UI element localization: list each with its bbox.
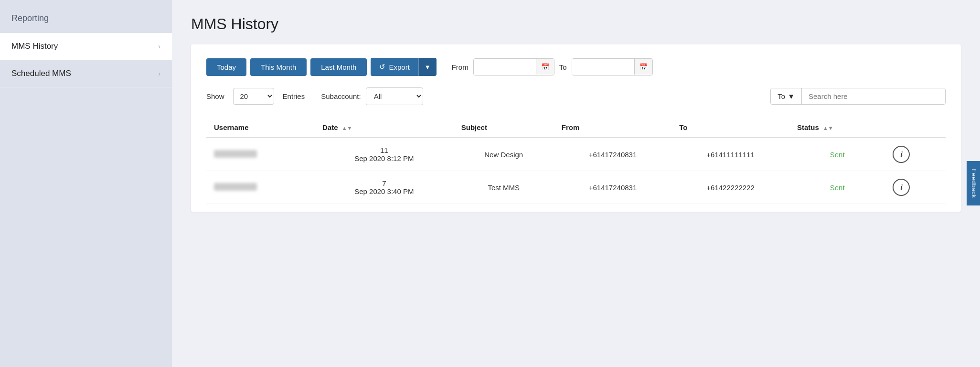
chevron-right-icon: ›	[158, 43, 160, 50]
cell-to: +61411111111	[671, 138, 789, 171]
cell-status: Sent	[789, 171, 885, 204]
table-row: 7 Sep 2020 3:40 PM Test MMS +61417240831…	[206, 171, 946, 204]
username-blurred	[214, 183, 257, 191]
main-content: MMS History Today This Month Last Month …	[172, 0, 980, 367]
cell-status: Sent	[789, 138, 885, 171]
chevron-right-icon: ›	[158, 70, 160, 77]
date-range-group: From 📅 To 📅	[452, 58, 653, 76]
sidebar-item-label: MMS History	[11, 42, 58, 51]
search-to-label: To	[778, 92, 785, 100]
calendar-icon-from[interactable]: 📅	[536, 59, 554, 75]
cell-actions: 𝑖	[885, 171, 946, 204]
col-actions	[885, 119, 946, 138]
sort-icon-date: ▲▼	[342, 125, 352, 131]
subaccount-label: Subaccount:	[321, 92, 361, 100]
search-dropdown-icon: ▼	[788, 92, 795, 100]
username-blurred	[214, 150, 257, 158]
cell-from: +61417240831	[554, 138, 672, 171]
sort-icon-status: ▲▼	[823, 125, 833, 131]
show-label: Show	[206, 92, 224, 100]
cell-from: +61417240831	[554, 171, 672, 204]
cell-date: 11 Sep 2020 8:12 PM	[315, 138, 454, 171]
cell-username	[206, 138, 315, 171]
col-status[interactable]: Status ▲▼	[789, 119, 885, 138]
sidebar-item-scheduled-mms[interactable]: Scheduled MMS ›	[0, 60, 172, 87]
entries-label: Entries	[283, 92, 305, 100]
cell-date: 7 Sep 2020 3:40 PM	[315, 171, 454, 204]
sidebar: Reporting MMS History › Scheduled MMS ›	[0, 0, 172, 367]
col-date[interactable]: Date ▲▼	[315, 119, 454, 138]
search-group: To ▼	[770, 88, 946, 105]
today-button[interactable]: Today	[206, 58, 246, 76]
entries-select[interactable]: 20 50 100	[233, 88, 274, 105]
to-label: To	[559, 63, 567, 71]
table-header-row: Username Date ▲▼ Subject From To Status …	[206, 119, 946, 138]
col-to: To	[671, 119, 789, 138]
content-card: Today This Month Last Month ↺ Export ▼ F…	[191, 44, 961, 212]
page-title: MMS History	[191, 15, 961, 33]
col-from: From	[554, 119, 672, 138]
calendar-icon-to[interactable]: 📅	[634, 59, 652, 75]
sidebar-item-mms-history[interactable]: MMS History ›	[0, 33, 172, 60]
cell-actions: 𝑖	[885, 138, 946, 171]
table-row: 11 Sep 2020 8:12 PM New Design +61417240…	[206, 138, 946, 171]
export-button[interactable]: ↺ Export	[371, 58, 418, 76]
sidebar-item-label: Scheduled MMS	[11, 69, 71, 78]
cell-to: +61422222222	[671, 171, 789, 204]
feedback-tab[interactable]: Feedback	[967, 161, 980, 205]
search-field-select[interactable]: To ▼	[771, 88, 802, 104]
sidebar-heading: Reporting	[0, 0, 172, 33]
info-button[interactable]: 𝑖	[893, 179, 910, 196]
subaccount-group: Subaccount: All	[321, 87, 423, 105]
this-month-button[interactable]: This Month	[250, 58, 307, 76]
cell-subject: Test MMS	[454, 171, 554, 204]
status-badge: Sent	[830, 184, 845, 192]
col-username: Username	[206, 119, 315, 138]
search-input[interactable]	[802, 88, 945, 104]
export-label: Export	[389, 63, 409, 71]
from-date-wrap: 📅	[473, 58, 554, 76]
col-subject: Subject	[454, 119, 554, 138]
export-group: ↺ Export ▼	[371, 58, 436, 76]
export-icon: ↺	[379, 63, 385, 71]
to-date-wrap: 📅	[572, 58, 653, 76]
subaccount-select[interactable]: All	[366, 87, 423, 105]
from-label: From	[452, 63, 469, 71]
info-button[interactable]: 𝑖	[893, 146, 910, 163]
history-table: Username Date ▲▼ Subject From To Status …	[206, 119, 946, 204]
cell-subject: New Design	[454, 138, 554, 171]
cell-username	[206, 171, 315, 204]
filter-row-1: Today This Month Last Month ↺ Export ▼ F…	[206, 58, 946, 76]
last-month-button[interactable]: Last Month	[310, 58, 367, 76]
from-date-input[interactable]	[474, 59, 536, 75]
filter-row-2: Show 20 50 100 Entries Subaccount: All T…	[206, 87, 946, 105]
to-date-input[interactable]	[572, 59, 634, 75]
status-badge: Sent	[830, 151, 845, 159]
export-caret-button[interactable]: ▼	[418, 58, 437, 76]
